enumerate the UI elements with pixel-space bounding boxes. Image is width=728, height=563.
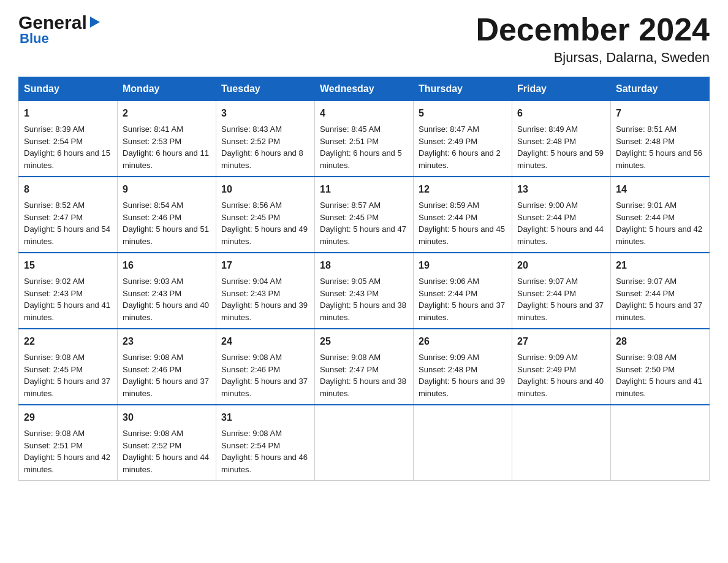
day-number: 7	[616, 106, 704, 121]
calendar-cell: 28Sunrise: 9:08 AMSunset: 2:50 PMDayligh…	[611, 329, 710, 405]
weekday-header-friday: Friday	[512, 77, 611, 101]
calendar-table: SundayMondayTuesdayWednesdayThursdayFrid…	[18, 77, 710, 481]
day-info: Sunrise: 8:47 AMSunset: 2:49 PMDaylight:…	[419, 124, 501, 170]
month-title: December 2024	[476, 12, 710, 47]
day-info: Sunrise: 9:05 AMSunset: 2:43 PMDaylight:…	[320, 277, 406, 322]
day-number: 19	[419, 258, 507, 273]
calendar-cell: 12Sunrise: 8:59 AMSunset: 2:44 PMDayligh…	[414, 177, 512, 253]
calendar-cell: 30Sunrise: 9:08 AMSunset: 2:52 PMDayligh…	[118, 405, 216, 481]
day-number: 24	[221, 334, 309, 349]
day-number: 28	[616, 334, 704, 349]
day-number: 21	[616, 258, 704, 273]
day-number: 26	[419, 334, 507, 349]
calendar-cell: 6Sunrise: 8:49 AMSunset: 2:48 PMDaylight…	[512, 101, 611, 177]
day-number: 29	[24, 410, 112, 425]
day-number: 4	[320, 106, 408, 121]
day-number: 6	[517, 106, 605, 121]
calendar-cell	[315, 405, 414, 481]
calendar-cell: 9Sunrise: 8:54 AMSunset: 2:46 PMDaylight…	[118, 177, 216, 253]
calendar-cell: 21Sunrise: 9:07 AMSunset: 2:44 PMDayligh…	[611, 253, 710, 329]
day-info: Sunrise: 9:07 AMSunset: 2:44 PMDaylight:…	[517, 277, 604, 322]
weekday-header-saturday: Saturday	[611, 77, 710, 101]
page-header: General Blue December 2024 Bjursas, Dala…	[18, 12, 710, 66]
calendar-week-1: 1Sunrise: 8:39 AMSunset: 2:54 PMDaylight…	[19, 101, 710, 177]
day-info: Sunrise: 8:39 AMSunset: 2:54 PMDaylight:…	[24, 124, 110, 170]
day-info: Sunrise: 9:08 AMSunset: 2:47 PMDaylight:…	[320, 353, 406, 398]
day-info: Sunrise: 8:43 AMSunset: 2:52 PMDaylight:…	[221, 124, 303, 170]
calendar-cell: 2Sunrise: 8:41 AMSunset: 2:53 PMDaylight…	[118, 101, 216, 177]
day-info: Sunrise: 9:08 AMSunset: 2:46 PMDaylight:…	[123, 353, 209, 398]
day-number: 20	[517, 258, 605, 273]
day-number: 18	[320, 258, 408, 273]
day-info: Sunrise: 9:04 AMSunset: 2:43 PMDaylight:…	[221, 277, 308, 322]
calendar-cell: 7Sunrise: 8:51 AMSunset: 2:48 PMDaylight…	[611, 101, 710, 177]
day-info: Sunrise: 9:08 AMSunset: 2:54 PMDaylight:…	[221, 429, 308, 474]
day-info: Sunrise: 9:08 AMSunset: 2:52 PMDaylight:…	[123, 429, 209, 474]
logo-general-text: General	[18, 12, 87, 33]
day-number: 9	[123, 182, 211, 197]
calendar-cell: 18Sunrise: 9:05 AMSunset: 2:43 PMDayligh…	[315, 253, 414, 329]
day-number: 27	[517, 334, 605, 349]
day-number: 30	[123, 410, 211, 425]
calendar-cell: 1Sunrise: 8:39 AMSunset: 2:54 PMDaylight…	[19, 101, 118, 177]
calendar-cell: 8Sunrise: 8:52 AMSunset: 2:47 PMDaylight…	[19, 177, 118, 253]
day-number: 1	[24, 106, 112, 121]
day-info: Sunrise: 9:01 AMSunset: 2:44 PMDaylight:…	[616, 201, 702, 246]
day-info: Sunrise: 8:51 AMSunset: 2:48 PMDaylight:…	[616, 124, 702, 170]
day-info: Sunrise: 8:52 AMSunset: 2:47 PMDaylight:…	[24, 201, 110, 246]
calendar-week-5: 29Sunrise: 9:08 AMSunset: 2:51 PMDayligh…	[19, 405, 710, 481]
day-info: Sunrise: 8:54 AMSunset: 2:46 PMDaylight:…	[123, 201, 209, 246]
location-title: Bjursas, Dalarna, Sweden	[476, 50, 710, 66]
calendar-cell	[512, 405, 611, 481]
day-info: Sunrise: 9:00 AMSunset: 2:44 PMDaylight:…	[517, 201, 604, 246]
day-info: Sunrise: 9:06 AMSunset: 2:44 PMDaylight:…	[419, 277, 505, 322]
day-number: 16	[123, 258, 211, 273]
day-info: Sunrise: 9:08 AMSunset: 2:46 PMDaylight:…	[221, 353, 308, 398]
calendar-cell: 10Sunrise: 8:56 AMSunset: 2:45 PMDayligh…	[216, 177, 315, 253]
svg-marker-0	[90, 17, 100, 28]
calendar-cell	[611, 405, 710, 481]
day-info: Sunrise: 9:02 AMSunset: 2:43 PMDaylight:…	[24, 277, 110, 322]
calendar-cell: 19Sunrise: 9:06 AMSunset: 2:44 PMDayligh…	[414, 253, 512, 329]
logo-blue-text: Blue	[20, 31, 49, 47]
day-number: 8	[24, 182, 112, 197]
calendar-cell: 13Sunrise: 9:00 AMSunset: 2:44 PMDayligh…	[512, 177, 611, 253]
calendar-cell: 27Sunrise: 9:09 AMSunset: 2:49 PMDayligh…	[512, 329, 611, 405]
day-info: Sunrise: 9:07 AMSunset: 2:44 PMDaylight:…	[616, 277, 702, 322]
logo-triangle-icon	[88, 15, 101, 29]
calendar-cell: 31Sunrise: 9:08 AMSunset: 2:54 PMDayligh…	[216, 405, 315, 481]
day-number: 15	[24, 258, 112, 273]
calendar-cell: 11Sunrise: 8:57 AMSunset: 2:45 PMDayligh…	[315, 177, 414, 253]
calendar-cell: 23Sunrise: 9:08 AMSunset: 2:46 PMDayligh…	[118, 329, 216, 405]
day-info: Sunrise: 8:49 AMSunset: 2:48 PMDaylight:…	[517, 124, 604, 170]
calendar-cell: 15Sunrise: 9:02 AMSunset: 2:43 PMDayligh…	[19, 253, 118, 329]
weekday-header-row: SundayMondayTuesdayWednesdayThursdayFrid…	[19, 77, 710, 101]
day-number: 23	[123, 334, 211, 349]
day-number: 22	[24, 334, 112, 349]
day-number: 10	[221, 182, 309, 197]
weekday-header-sunday: Sunday	[19, 77, 118, 101]
day-number: 2	[123, 106, 211, 121]
day-number: 14	[616, 182, 704, 197]
day-number: 11	[320, 182, 408, 197]
calendar-cell: 4Sunrise: 8:45 AMSunset: 2:51 PMDaylight…	[315, 101, 414, 177]
calendar-cell	[414, 405, 512, 481]
day-info: Sunrise: 8:41 AMSunset: 2:53 PMDaylight:…	[123, 124, 209, 170]
calendar-week-4: 22Sunrise: 9:08 AMSunset: 2:45 PMDayligh…	[19, 329, 710, 405]
day-info: Sunrise: 9:08 AMSunset: 2:50 PMDaylight:…	[616, 353, 702, 398]
weekday-header-thursday: Thursday	[414, 77, 512, 101]
day-info: Sunrise: 9:03 AMSunset: 2:43 PMDaylight:…	[123, 277, 209, 322]
day-number: 12	[419, 182, 507, 197]
day-info: Sunrise: 8:56 AMSunset: 2:45 PMDaylight:…	[221, 201, 308, 246]
calendar-cell: 24Sunrise: 9:08 AMSunset: 2:46 PMDayligh…	[216, 329, 315, 405]
weekday-header-wednesday: Wednesday	[315, 77, 414, 101]
calendar-cell: 5Sunrise: 8:47 AMSunset: 2:49 PMDaylight…	[414, 101, 512, 177]
day-number: 25	[320, 334, 408, 349]
calendar-cell: 22Sunrise: 9:08 AMSunset: 2:45 PMDayligh…	[19, 329, 118, 405]
calendar-cell: 17Sunrise: 9:04 AMSunset: 2:43 PMDayligh…	[216, 253, 315, 329]
weekday-header-monday: Monday	[118, 77, 216, 101]
day-info: Sunrise: 8:45 AMSunset: 2:51 PMDaylight:…	[320, 124, 402, 170]
day-number: 31	[221, 410, 309, 425]
day-number: 17	[221, 258, 309, 273]
calendar-cell: 26Sunrise: 9:09 AMSunset: 2:48 PMDayligh…	[414, 329, 512, 405]
